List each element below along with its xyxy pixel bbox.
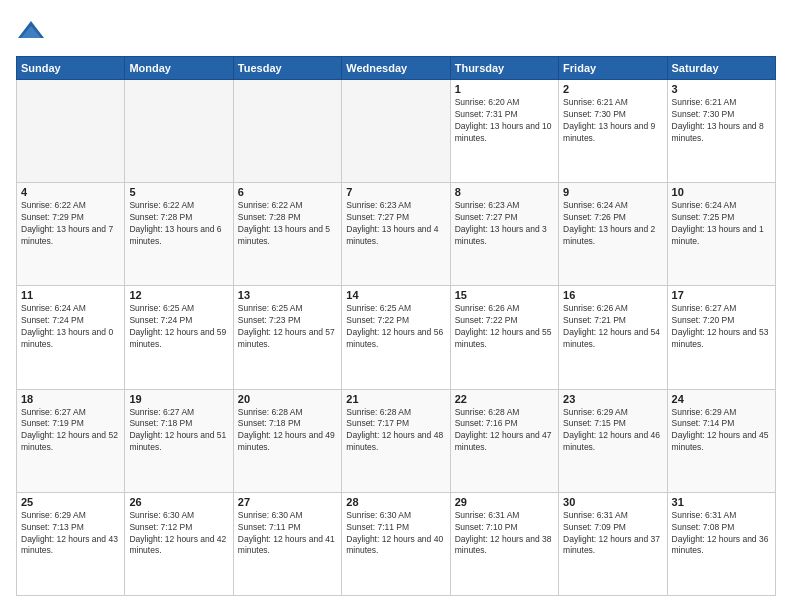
day-info: Sunrise: 6:29 AMSunset: 7:13 PMDaylight:…: [21, 510, 120, 558]
calendar-cell: 31Sunrise: 6:31 AMSunset: 7:08 PMDayligh…: [667, 492, 775, 595]
week-row-5: 25Sunrise: 6:29 AMSunset: 7:13 PMDayligh…: [17, 492, 776, 595]
calendar-cell: 28Sunrise: 6:30 AMSunset: 7:11 PMDayligh…: [342, 492, 450, 595]
calendar-cell: 12Sunrise: 6:25 AMSunset: 7:24 PMDayligh…: [125, 286, 233, 389]
day-info: Sunrise: 6:25 AMSunset: 7:23 PMDaylight:…: [238, 303, 337, 351]
week-row-1: 1Sunrise: 6:20 AMSunset: 7:31 PMDaylight…: [17, 80, 776, 183]
day-info: Sunrise: 6:28 AMSunset: 7:18 PMDaylight:…: [238, 407, 337, 455]
day-info: Sunrise: 6:22 AMSunset: 7:28 PMDaylight:…: [129, 200, 228, 248]
day-number: 31: [672, 496, 771, 508]
day-number: 2: [563, 83, 662, 95]
calendar-cell: 17Sunrise: 6:27 AMSunset: 7:20 PMDayligh…: [667, 286, 775, 389]
week-row-3: 11Sunrise: 6:24 AMSunset: 7:24 PMDayligh…: [17, 286, 776, 389]
calendar-cell: 8Sunrise: 6:23 AMSunset: 7:27 PMDaylight…: [450, 183, 558, 286]
calendar-cell: [233, 80, 341, 183]
day-info: Sunrise: 6:25 AMSunset: 7:24 PMDaylight:…: [129, 303, 228, 351]
day-info: Sunrise: 6:30 AMSunset: 7:12 PMDaylight:…: [129, 510, 228, 558]
calendar-cell: 14Sunrise: 6:25 AMSunset: 7:22 PMDayligh…: [342, 286, 450, 389]
calendar-cell: 13Sunrise: 6:25 AMSunset: 7:23 PMDayligh…: [233, 286, 341, 389]
day-number: 14: [346, 289, 445, 301]
day-number: 12: [129, 289, 228, 301]
weekday-wednesday: Wednesday: [342, 57, 450, 80]
calendar-cell: [17, 80, 125, 183]
day-info: Sunrise: 6:24 AMSunset: 7:24 PMDaylight:…: [21, 303, 120, 351]
day-number: 4: [21, 186, 120, 198]
day-number: 27: [238, 496, 337, 508]
day-info: Sunrise: 6:29 AMSunset: 7:14 PMDaylight:…: [672, 407, 771, 455]
day-number: 25: [21, 496, 120, 508]
weekday-thursday: Thursday: [450, 57, 558, 80]
day-info: Sunrise: 6:23 AMSunset: 7:27 PMDaylight:…: [346, 200, 445, 248]
calendar-cell: 3Sunrise: 6:21 AMSunset: 7:30 PMDaylight…: [667, 80, 775, 183]
day-info: Sunrise: 6:25 AMSunset: 7:22 PMDaylight:…: [346, 303, 445, 351]
weekday-friday: Friday: [559, 57, 667, 80]
day-number: 11: [21, 289, 120, 301]
day-info: Sunrise: 6:28 AMSunset: 7:17 PMDaylight:…: [346, 407, 445, 455]
day-info: Sunrise: 6:26 AMSunset: 7:22 PMDaylight:…: [455, 303, 554, 351]
calendar-cell: 24Sunrise: 6:29 AMSunset: 7:14 PMDayligh…: [667, 389, 775, 492]
calendar-cell: 7Sunrise: 6:23 AMSunset: 7:27 PMDaylight…: [342, 183, 450, 286]
day-number: 9: [563, 186, 662, 198]
calendar-cell: 23Sunrise: 6:29 AMSunset: 7:15 PMDayligh…: [559, 389, 667, 492]
calendar-cell: 4Sunrise: 6:22 AMSunset: 7:29 PMDaylight…: [17, 183, 125, 286]
logo-icon: [16, 16, 46, 46]
day-number: 15: [455, 289, 554, 301]
day-number: 10: [672, 186, 771, 198]
calendar-cell: 16Sunrise: 6:26 AMSunset: 7:21 PMDayligh…: [559, 286, 667, 389]
calendar-cell: 29Sunrise: 6:31 AMSunset: 7:10 PMDayligh…: [450, 492, 558, 595]
day-info: Sunrise: 6:31 AMSunset: 7:08 PMDaylight:…: [672, 510, 771, 558]
calendar-cell: 15Sunrise: 6:26 AMSunset: 7:22 PMDayligh…: [450, 286, 558, 389]
calendar-cell: 26Sunrise: 6:30 AMSunset: 7:12 PMDayligh…: [125, 492, 233, 595]
header: [16, 16, 776, 46]
day-number: 30: [563, 496, 662, 508]
day-number: 18: [21, 393, 120, 405]
day-number: 7: [346, 186, 445, 198]
weekday-monday: Monday: [125, 57, 233, 80]
calendar-cell: 5Sunrise: 6:22 AMSunset: 7:28 PMDaylight…: [125, 183, 233, 286]
day-info: Sunrise: 6:27 AMSunset: 7:20 PMDaylight:…: [672, 303, 771, 351]
day-number: 5: [129, 186, 228, 198]
day-number: 6: [238, 186, 337, 198]
calendar-cell: [125, 80, 233, 183]
week-row-2: 4Sunrise: 6:22 AMSunset: 7:29 PMDaylight…: [17, 183, 776, 286]
day-info: Sunrise: 6:24 AMSunset: 7:26 PMDaylight:…: [563, 200, 662, 248]
day-number: 21: [346, 393, 445, 405]
weekday-sunday: Sunday: [17, 57, 125, 80]
calendar-cell: 9Sunrise: 6:24 AMSunset: 7:26 PMDaylight…: [559, 183, 667, 286]
day-info: Sunrise: 6:22 AMSunset: 7:29 PMDaylight:…: [21, 200, 120, 248]
day-info: Sunrise: 6:30 AMSunset: 7:11 PMDaylight:…: [346, 510, 445, 558]
day-number: 24: [672, 393, 771, 405]
calendar-table: SundayMondayTuesdayWednesdayThursdayFrid…: [16, 56, 776, 596]
calendar-cell: 2Sunrise: 6:21 AMSunset: 7:30 PMDaylight…: [559, 80, 667, 183]
day-number: 22: [455, 393, 554, 405]
logo: [16, 16, 50, 46]
day-info: Sunrise: 6:31 AMSunset: 7:10 PMDaylight:…: [455, 510, 554, 558]
day-number: 29: [455, 496, 554, 508]
day-number: 28: [346, 496, 445, 508]
calendar-cell: 30Sunrise: 6:31 AMSunset: 7:09 PMDayligh…: [559, 492, 667, 595]
page: SundayMondayTuesdayWednesdayThursdayFrid…: [0, 0, 792, 612]
day-info: Sunrise: 6:29 AMSunset: 7:15 PMDaylight:…: [563, 407, 662, 455]
day-info: Sunrise: 6:23 AMSunset: 7:27 PMDaylight:…: [455, 200, 554, 248]
calendar-cell: [342, 80, 450, 183]
day-number: 19: [129, 393, 228, 405]
calendar-cell: 19Sunrise: 6:27 AMSunset: 7:18 PMDayligh…: [125, 389, 233, 492]
calendar-cell: 18Sunrise: 6:27 AMSunset: 7:19 PMDayligh…: [17, 389, 125, 492]
day-number: 3: [672, 83, 771, 95]
day-number: 23: [563, 393, 662, 405]
calendar-cell: 21Sunrise: 6:28 AMSunset: 7:17 PMDayligh…: [342, 389, 450, 492]
day-number: 1: [455, 83, 554, 95]
day-number: 16: [563, 289, 662, 301]
calendar-cell: 1Sunrise: 6:20 AMSunset: 7:31 PMDaylight…: [450, 80, 558, 183]
day-info: Sunrise: 6:26 AMSunset: 7:21 PMDaylight:…: [563, 303, 662, 351]
day-info: Sunrise: 6:24 AMSunset: 7:25 PMDaylight:…: [672, 200, 771, 248]
day-info: Sunrise: 6:21 AMSunset: 7:30 PMDaylight:…: [563, 97, 662, 145]
weekday-saturday: Saturday: [667, 57, 775, 80]
day-info: Sunrise: 6:30 AMSunset: 7:11 PMDaylight:…: [238, 510, 337, 558]
day-info: Sunrise: 6:28 AMSunset: 7:16 PMDaylight:…: [455, 407, 554, 455]
calendar-cell: 20Sunrise: 6:28 AMSunset: 7:18 PMDayligh…: [233, 389, 341, 492]
day-number: 17: [672, 289, 771, 301]
day-info: Sunrise: 6:27 AMSunset: 7:18 PMDaylight:…: [129, 407, 228, 455]
weekday-tuesday: Tuesday: [233, 57, 341, 80]
day-number: 8: [455, 186, 554, 198]
calendar-cell: 10Sunrise: 6:24 AMSunset: 7:25 PMDayligh…: [667, 183, 775, 286]
